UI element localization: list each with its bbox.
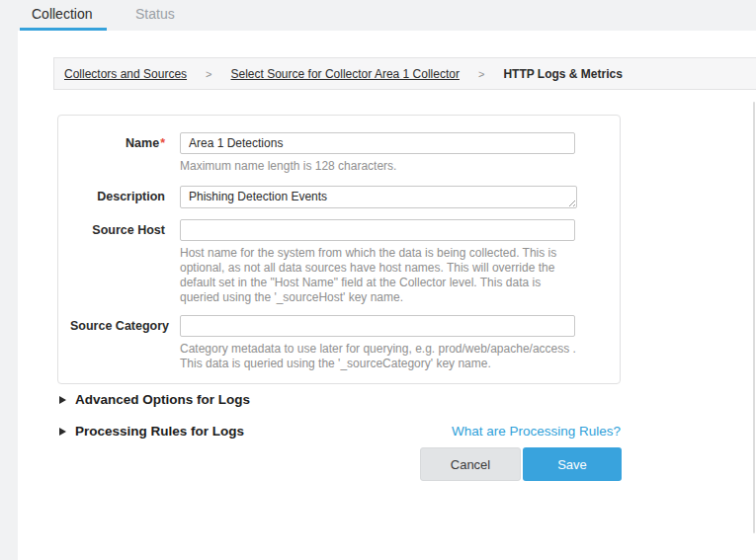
source-host-field-column: Host name for the system from which the …: [180, 219, 577, 305]
source-config-page: Collection Status Collectors and Sources…: [0, 0, 756, 560]
breadcrumb-current-http-logs: HTTP Logs & Metrics: [503, 67, 622, 81]
name-label-text: Name: [126, 136, 159, 150]
source-host-input[interactable]: [180, 219, 575, 241]
breadcrumb-separator: >: [206, 68, 211, 80]
description-textarea[interactable]: Phishing Detection Events: [180, 186, 577, 208]
description-row: Description Phishing Detection Events: [70, 186, 620, 208]
source-host-helper-text: Host name for the system from which the …: [180, 246, 577, 305]
name-input[interactable]: [180, 132, 575, 154]
breadcrumb-collectors-and-sources[interactable]: Collectors and Sources: [64, 67, 187, 81]
name-row: Name* Maximum name length is 128 charact…: [70, 132, 620, 174]
processing-rules-section-toggle[interactable]: Processing Rules for Logs: [59, 424, 244, 439]
source-host-row: Source Host Host name for the system fro…: [70, 219, 620, 305]
name-field-column: Maximum name length is 128 characters.: [180, 132, 577, 174]
source-category-label: Source Category: [70, 315, 165, 371]
advanced-options-title: Advanced Options for Logs: [75, 392, 250, 407]
cancel-button[interactable]: Cancel: [420, 447, 521, 481]
source-category-helper-text: Category metadata to use later for query…: [180, 342, 577, 371]
tab-collection[interactable]: Collection: [32, 6, 92, 22]
breadcrumb: Collectors and Sources > Select Source f…: [53, 57, 756, 90]
what-are-processing-rules-link[interactable]: What are Processing Rules?: [452, 424, 621, 439]
tab-bar: Collection Status: [0, 0, 756, 31]
source-category-input[interactable]: [180, 315, 575, 337]
required-asterisk: *: [160, 136, 165, 150]
advanced-options-section-toggle[interactable]: Advanced Options for Logs: [59, 392, 250, 407]
source-category-row: Source Category Category metadata to use…: [70, 315, 620, 371]
breadcrumb-select-source[interactable]: Select Source for Collector Area 1 Colle…: [231, 67, 460, 81]
source-host-label: Source Host: [70, 219, 165, 305]
chevron-right-icon: [59, 396, 66, 404]
source-category-field-column: Category metadata to use later for query…: [180, 315, 577, 371]
description-field-column: Phishing Detection Events: [180, 186, 577, 208]
breadcrumb-separator: >: [478, 68, 484, 80]
chevron-right-icon: [59, 428, 66, 436]
vertical-scrollbar[interactable]: [753, 102, 755, 533]
name-helper-text: Maximum name length is 128 characters.: [180, 159, 577, 174]
source-form-card: Name* Maximum name length is 128 charact…: [57, 115, 621, 384]
active-tab-underline: [20, 28, 107, 31]
save-button[interactable]: Save: [523, 447, 622, 481]
description-label: Description: [70, 186, 165, 208]
description-textarea-wrap: Phishing Detection Events: [180, 186, 577, 208]
name-label: Name*: [70, 132, 165, 174]
processing-rules-title: Processing Rules for Logs: [75, 424, 244, 439]
tab-status[interactable]: Status: [135, 6, 175, 22]
